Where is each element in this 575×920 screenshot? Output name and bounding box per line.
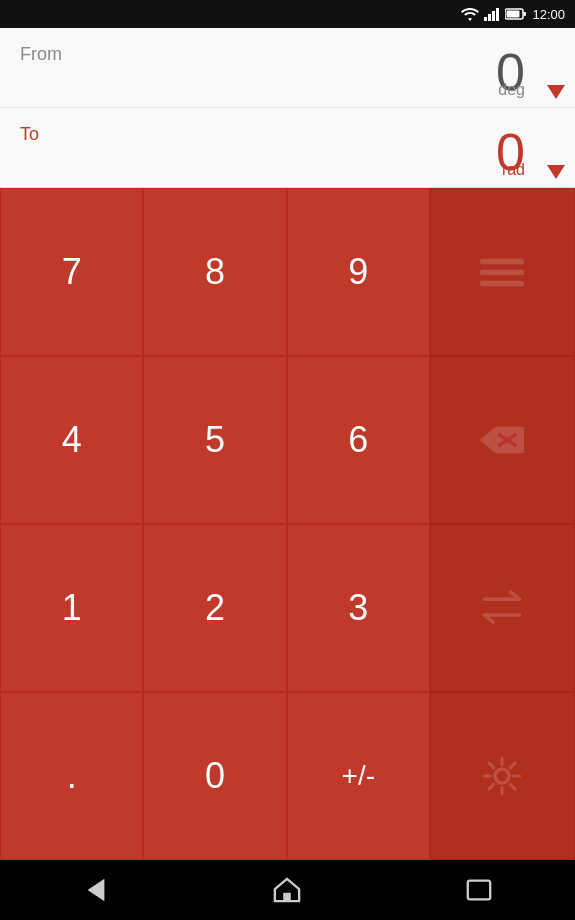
- key-9[interactable]: 9: [287, 188, 430, 356]
- key-8[interactable]: 8: [143, 188, 286, 356]
- svg-rect-2: [492, 11, 495, 21]
- svg-rect-17: [468, 881, 490, 900]
- keypad: 7 8 9 4 5 6 1 2 3 . 0 +/-: [0, 188, 575, 860]
- home-button[interactable]: [263, 866, 311, 914]
- menu-button[interactable]: [430, 188, 575, 356]
- svg-marker-10: [480, 427, 524, 453]
- svg-rect-8: [480, 270, 524, 276]
- backspace-button[interactable]: [430, 356, 575, 524]
- swap-icon: [480, 586, 524, 630]
- to-label: To: [20, 124, 39, 144]
- signal-icon: [484, 7, 500, 21]
- from-dropdown-arrow[interactable]: [547, 85, 565, 99]
- back-icon: [82, 876, 110, 904]
- key-1[interactable]: 1: [0, 524, 143, 692]
- svg-rect-7: [480, 259, 524, 265]
- back-button[interactable]: [72, 866, 120, 914]
- wifi-icon: [461, 7, 479, 21]
- recent-button[interactable]: [455, 866, 503, 914]
- svg-rect-16: [284, 893, 291, 901]
- home-icon: [273, 876, 301, 904]
- recent-icon: [465, 876, 493, 904]
- to-dropdown-arrow[interactable]: [547, 165, 565, 179]
- time-display: 12:00: [532, 7, 565, 22]
- key-plus-minus[interactable]: +/-: [287, 692, 430, 860]
- from-section: From 0 deg: [0, 28, 575, 108]
- key-3[interactable]: 3: [287, 524, 430, 692]
- key-6[interactable]: 6: [287, 356, 430, 524]
- to-unit: rad: [502, 161, 525, 179]
- battery-icon: [505, 8, 527, 20]
- svg-point-13: [495, 769, 509, 783]
- svg-marker-14: [87, 879, 104, 901]
- key-7[interactable]: 7: [0, 188, 143, 356]
- key-4[interactable]: 4: [0, 356, 143, 524]
- status-icons: 12:00: [461, 7, 565, 22]
- svg-rect-5: [524, 12, 527, 16]
- key-dot[interactable]: .: [0, 692, 143, 860]
- svg-rect-3: [496, 8, 499, 21]
- menu-icon: [480, 250, 524, 294]
- from-label: From: [20, 44, 62, 64]
- from-unit: deg: [498, 81, 525, 99]
- svg-rect-6: [507, 11, 520, 18]
- key-0[interactable]: 0: [143, 692, 286, 860]
- status-bar: 12:00: [0, 0, 575, 28]
- key-5[interactable]: 5: [143, 356, 286, 524]
- backspace-icon: [480, 418, 524, 462]
- settings-icon: [480, 754, 524, 798]
- svg-rect-0: [484, 17, 487, 21]
- key-2[interactable]: 2: [143, 524, 286, 692]
- svg-rect-9: [480, 281, 524, 287]
- svg-rect-1: [488, 14, 491, 21]
- to-section: To 0 rad: [0, 108, 575, 188]
- swap-button[interactable]: [430, 524, 575, 692]
- settings-button[interactable]: [430, 692, 575, 860]
- bottom-nav: [0, 860, 575, 920]
